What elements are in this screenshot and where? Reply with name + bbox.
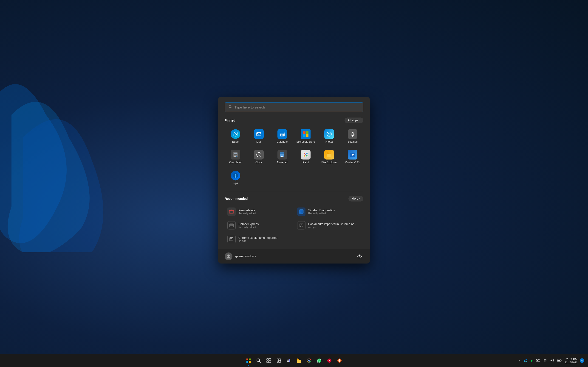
movies-label: Movies & TV [345,161,360,164]
notepad-icon [277,150,287,160]
svg-rect-75 [277,361,279,362]
svg-rect-71 [267,361,268,363]
fileexplorer-icon [324,150,334,160]
svg-point-62 [227,255,230,257]
svg-rect-18 [234,155,235,156]
app-tips[interactable]: Tips [225,168,246,187]
clock-icon [254,150,264,160]
app-settings[interactable]: Settings [342,127,363,146]
app-msstore[interactable]: Microsoft Store [295,127,317,146]
svg-point-38 [305,154,306,156]
huawei-button[interactable]: H [325,357,334,365]
recommended-label: Recommended [225,197,248,200]
rec-phraseexpress[interactable]: PhraseExpress Recently added [225,219,294,232]
svg-rect-96 [538,360,538,361]
rec-bookmarks-chrome[interactable]: ★ Bookmarks imported in Chrome br... 4h … [294,219,363,232]
clock-time: 7:47 PM [565,358,578,361]
movies-icon [348,150,357,160]
pinned-label: Pinned [225,119,235,122]
system-tray-expand[interactable]: ∧ [517,358,521,363]
svg-rect-8 [303,131,305,134]
avatar [225,252,233,260]
whatsapp-button[interactable] [315,357,323,365]
edge-tray-icon[interactable] [523,358,528,364]
battery-icon[interactable] [556,358,562,363]
app-notepad[interactable]: Notepad [271,148,293,167]
green-tray-icon[interactable]: ◆ [530,358,534,363]
chevron-right-icon-rec: › [359,197,360,200]
svg-rect-19 [235,155,236,156]
clock-label: Clock [255,161,262,164]
taskbar: H ∧ ◆ [0,354,588,367]
taskbar-clock[interactable]: 7:47 PM 12/15/2021 [565,358,578,364]
app-calendar[interactable]: 21 Calendar [271,127,293,146]
svg-rect-66 [249,361,251,363]
start-menu: Type here to search Pinned All apps › Ed… [218,97,370,263]
msstore-icon [301,129,311,139]
svg-rect-97 [539,360,539,361]
svg-text:H: H [329,359,330,362]
svg-point-78 [288,359,288,360]
svg-point-83 [309,360,310,361]
fileexplorer-label: File Explorer [321,161,337,164]
brave-button[interactable] [335,357,344,365]
chrome-button[interactable] [305,357,313,365]
app-edge[interactable]: Edge [225,127,246,146]
svg-rect-63 [246,359,248,360]
wifi-icon[interactable] [542,358,548,364]
calendar-label: Calendar [277,140,288,143]
svg-line-68 [259,361,261,363]
svg-rect-90 [537,359,537,360]
svg-rect-23 [236,156,237,157]
notification-button[interactable]: 6 [580,358,584,363]
more-button[interactable]: More › [348,196,363,202]
sidebar-info: Sidebar Diagnostics Recently added [308,209,335,215]
all-apps-button[interactable]: All apps › [345,117,363,123]
svg-rect-93 [539,359,540,360]
calculator-label: Calculator [229,161,242,164]
search-icon [229,105,232,109]
app-mail[interactable]: Mail [248,127,270,146]
rec-permadelete[interactable]: Permadelete Recently added [225,205,294,218]
search-bar[interactable]: Type here to search [225,102,363,112]
app-paint[interactable]: Paint [295,148,317,167]
rec-chrome-bookmarks[interactable]: Chrome Bookmarks Imported 4h ago [225,233,294,246]
app-photos[interactable]: Photos [318,127,340,146]
keyboard-tray-icon[interactable] [535,358,541,363]
app-clock[interactable]: Clock [248,148,270,167]
svg-rect-20 [236,155,237,156]
msstore-label: Microsoft Store [296,140,315,143]
app-calculator[interactable]: Calculator [225,148,246,167]
desktop-wave [0,46,161,252]
settings-label: Settings [347,140,357,143]
svg-rect-73 [277,359,279,361]
svg-rect-70 [269,359,271,360]
svg-rect-103 [561,360,562,361]
svg-rect-17 [234,153,237,154]
app-fileexplorer[interactable]: File Explorer [318,148,340,167]
user-profile[interactable]: gearupwindows [225,252,256,260]
start-button[interactable] [244,357,253,365]
svg-rect-91 [538,359,538,360]
power-button[interactable] [355,252,363,260]
rec-sidebar[interactable]: Sidebar Diagnostics Recently added [294,205,363,218]
permadelete-icon [227,208,236,216]
widgets-button[interactable] [275,357,283,365]
paint-icon [301,150,311,160]
svg-rect-2 [257,132,261,135]
file-explorer-taskbar-button[interactable] [295,357,303,365]
phraseexpress-info: PhraseExpress Recently added [238,222,259,228]
volume-icon[interactable] [549,358,555,364]
edge-label: Edge [232,140,239,143]
svg-point-15 [351,132,354,135]
calendar-icon: 21 [277,129,287,139]
chevron-right-icon: › [359,119,360,122]
svg-rect-89 [536,359,537,360]
task-view-button[interactable] [265,357,273,365]
taskbar-search-button[interactable] [254,357,263,365]
svg-rect-64 [249,359,251,360]
app-movies[interactable]: Movies & TV [342,148,363,167]
teams-button[interactable] [285,357,293,365]
svg-rect-94 [536,360,537,361]
username: gearupwindows [235,255,256,258]
